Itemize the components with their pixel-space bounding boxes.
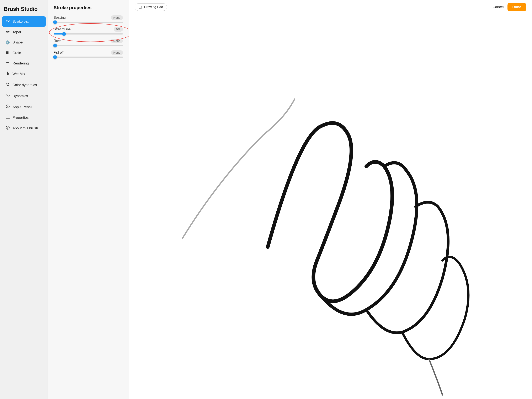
panel-title: Stroke properties bbox=[54, 5, 123, 10]
sidebar-item-about[interactable]: i About this brush bbox=[2, 123, 46, 134]
svg-rect-1 bbox=[7, 51, 8, 51]
sidebar-label-dynamics: Dynamics bbox=[13, 94, 28, 98]
sidebar-item-rendering[interactable]: Rendering bbox=[2, 58, 46, 68]
svg-rect-7 bbox=[7, 53, 8, 54]
sidebar-label-apple-pencil: Apple Pencil bbox=[13, 105, 32, 109]
stroke-path-icon bbox=[5, 19, 10, 24]
sidebar-label-shape: Shape bbox=[13, 40, 23, 45]
sidebar-label-taper: Taper bbox=[13, 30, 21, 34]
sidebar-item-stroke-path[interactable]: Stroke path bbox=[2, 16, 46, 27]
sidebar-item-wet-mix[interactable]: Wet Mix bbox=[2, 69, 46, 79]
sidebar-item-dynamics[interactable]: Dynamics bbox=[2, 91, 46, 101]
sidebar-label-stroke-path: Stroke path bbox=[13, 19, 31, 24]
rendering-icon bbox=[5, 61, 10, 65]
stroke-properties-panel: Stroke properties Spacing None StreamLin… bbox=[48, 0, 129, 399]
sidebar-item-properties[interactable]: Properties bbox=[2, 113, 46, 122]
sidebar-label-rendering: Rendering bbox=[13, 61, 29, 65]
done-button[interactable]: Done bbox=[507, 3, 526, 11]
falloff-label: Fall off bbox=[54, 51, 63, 54]
falloff-slider[interactable] bbox=[54, 57, 123, 58]
sidebar-label-grain: Grain bbox=[13, 51, 21, 55]
svg-rect-2 bbox=[8, 51, 9, 51]
apple-pencil-icon: i bbox=[5, 104, 10, 109]
svg-text:i: i bbox=[7, 105, 8, 108]
canvas-area[interactable] bbox=[129, 14, 532, 399]
toolbar-actions: Cancel Done bbox=[493, 3, 526, 11]
sidebar-item-grain[interactable]: Grain bbox=[2, 48, 46, 58]
drawing-toolbar: Drawing Pad Cancel Done bbox=[129, 0, 532, 14]
sidebar-label-color-dynamics: Color dynamics bbox=[13, 83, 37, 87]
sidebar: Brush Studio Stroke path Taper ⚙️ Shape bbox=[0, 0, 48, 399]
svg-text:i: i bbox=[7, 127, 8, 129]
falloff-property: Fall off None bbox=[54, 50, 123, 58]
jitter-badge: None bbox=[111, 39, 123, 43]
jitter-label: Jitter bbox=[54, 39, 61, 43]
properties-icon bbox=[5, 116, 10, 120]
spacing-property: Spacing None bbox=[54, 15, 123, 23]
svg-rect-0 bbox=[6, 51, 7, 51]
brush-preview-svg bbox=[129, 14, 532, 399]
sidebar-label-about: About this brush bbox=[13, 126, 38, 130]
streamline-label: StreamLine bbox=[54, 27, 71, 31]
svg-rect-8 bbox=[8, 53, 9, 54]
sidebar-label-properties: Properties bbox=[13, 116, 28, 120]
svg-rect-5 bbox=[8, 52, 9, 53]
drawing-pad-label: Drawing Pad bbox=[144, 5, 163, 9]
spacing-label: Spacing bbox=[54, 16, 66, 19]
sidebar-item-apple-pencil[interactable]: i Apple Pencil bbox=[2, 102, 46, 112]
spacing-badge: None bbox=[111, 15, 123, 20]
about-icon: i bbox=[5, 126, 10, 131]
svg-rect-4 bbox=[7, 52, 8, 53]
shape-icon: ⚙️ bbox=[5, 40, 10, 45]
grain-icon bbox=[5, 51, 10, 55]
svg-rect-3 bbox=[6, 52, 7, 53]
jitter-slider[interactable] bbox=[54, 45, 123, 46]
falloff-badge: None bbox=[111, 50, 123, 55]
dynamics-icon bbox=[5, 93, 10, 99]
drawing-area: Drawing Pad Cancel Done bbox=[129, 0, 532, 399]
streamline-property: StreamLine 9% bbox=[54, 27, 123, 34]
spacing-slider[interactable] bbox=[54, 22, 123, 23]
drawing-pad-button[interactable]: Drawing Pad bbox=[135, 3, 167, 11]
sidebar-item-color-dynamics[interactable]: Color dynamics bbox=[2, 80, 46, 90]
drawing-pad-icon bbox=[139, 5, 142, 9]
taper-icon bbox=[5, 30, 10, 34]
color-dynamics-icon bbox=[5, 82, 10, 88]
jitter-property: Jitter None bbox=[54, 39, 123, 46]
app-title: Brush Studio bbox=[0, 4, 48, 16]
streamline-slider[interactable] bbox=[54, 33, 123, 34]
wet-mix-icon bbox=[5, 71, 10, 77]
sidebar-label-wet-mix: Wet Mix bbox=[13, 72, 25, 76]
cancel-button[interactable]: Cancel bbox=[493, 5, 504, 9]
svg-rect-6 bbox=[6, 53, 7, 54]
streamline-badge: 9% bbox=[114, 27, 123, 32]
sidebar-item-shape[interactable]: ⚙️ Shape bbox=[2, 38, 46, 47]
sidebar-item-taper[interactable]: Taper bbox=[2, 27, 46, 37]
